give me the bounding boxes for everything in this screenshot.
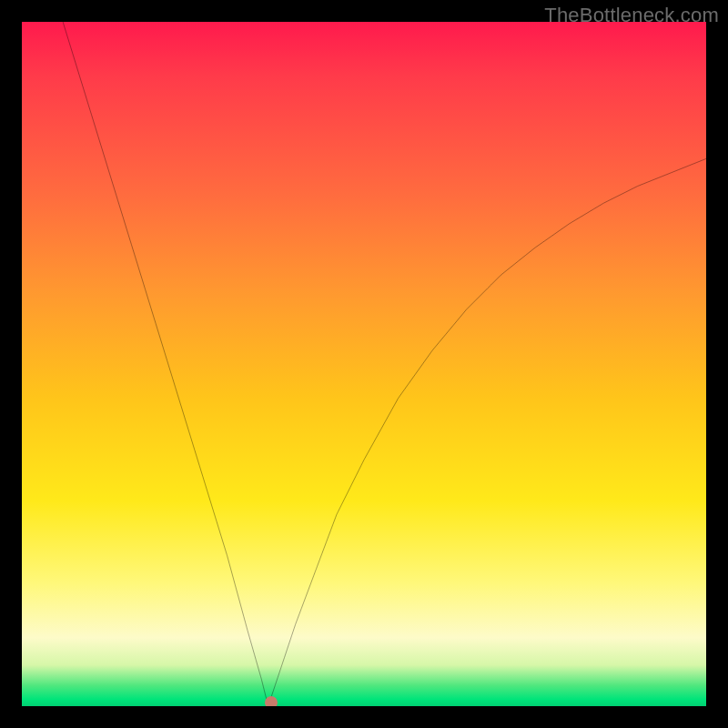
plot-area <box>22 22 706 706</box>
bottleneck-curve <box>22 22 706 706</box>
optimal-point-marker <box>265 696 278 706</box>
watermark-text: TheBottleneck.com <box>544 4 719 27</box>
chart-frame: TheBottleneck.com <box>0 0 728 728</box>
